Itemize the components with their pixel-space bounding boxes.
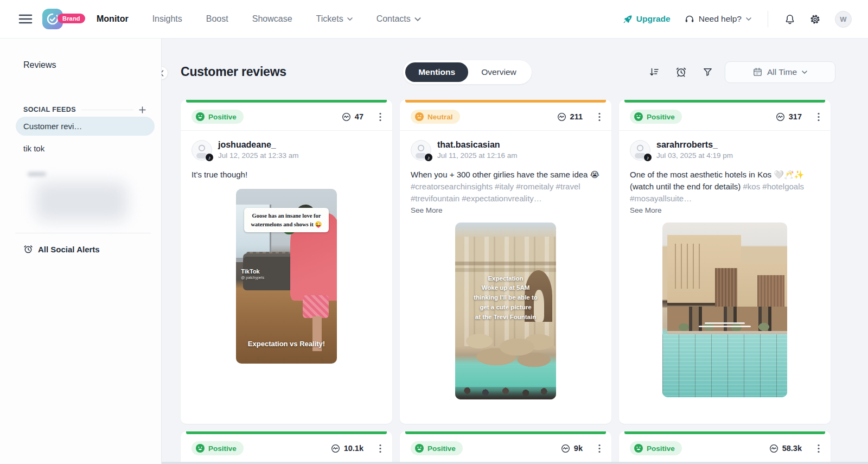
upgrade-button[interactable]: Upgrade (623, 14, 671, 24)
blurred-feed-item (28, 172, 46, 176)
smiley-positive-icon (634, 112, 643, 121)
post-date: Jul 03, 2025 at 4:19 pm (656, 151, 733, 160)
card-menu-kebab-icon[interactable] (816, 443, 821, 454)
post-text: It’s true though! (192, 169, 381, 181)
social-feeds-section-label: SOCIAL FEEDS (23, 106, 76, 113)
engagement-count: 47 (342, 112, 363, 122)
mention-card: Positive 317 (619, 100, 831, 424)
sentiment-badge: Positive (630, 110, 682, 124)
video-caption: Goose has an insane love for watermelons… (244, 208, 329, 232)
main-header: Customer reviews Mentions Overview (181, 39, 868, 100)
chevron-down-icon (746, 17, 751, 21)
username-link[interactable]: sarahrroberts_ (656, 140, 733, 150)
nav-item-contacts[interactable]: Contacts (376, 14, 421, 24)
post-text: One of the most aesthetic hotels in Kos … (630, 169, 820, 205)
main-nav: Monitor Insights Boost Showcase Tickets … (97, 14, 421, 24)
mention-card: Positive 9k (400, 431, 611, 464)
sentiment-badge: Positive (192, 110, 244, 124)
post-video-thumbnail[interactable]: Goose has an insane love for watermelons… (236, 189, 337, 364)
avatar: ♪ (411, 140, 431, 161)
tab-overview[interactable]: Overview (468, 62, 529, 82)
sidebar-item-tiktok[interactable]: tik tok (16, 139, 155, 158)
card-menu-kebab-icon[interactable] (597, 111, 602, 123)
mention-card: Neutral 211 (400, 100, 611, 424)
tiktok-icon: ♪ (205, 153, 214, 162)
smiley-positive-icon (634, 444, 643, 453)
user-avatar[interactable]: W (835, 11, 852, 28)
engagement-count-value: 317 (789, 112, 802, 121)
scene-shorts (303, 295, 329, 318)
smiley-positive-icon (196, 444, 205, 453)
post-text: When you + 300 other girlies have the sa… (411, 169, 601, 205)
see-more-link[interactable]: See More (411, 206, 601, 214)
avatar: ♪ (192, 140, 212, 161)
sidebar-item-customer-reviews[interactable]: Customer revi… (16, 117, 155, 136)
chevron-down-icon (414, 17, 421, 21)
hamburger-menu-icon[interactable] (18, 14, 34, 24)
card-menu-kebab-icon[interactable] (816, 111, 821, 123)
notifications-bell-icon[interactable] (784, 14, 795, 25)
headset-icon (685, 15, 694, 23)
sentiment-label: Positive (208, 444, 237, 453)
collapse-sidebar-button[interactable] (162, 66, 168, 80)
username-link[interactable]: that.basicasian (437, 140, 518, 150)
time-filter-label: All Time (767, 67, 797, 77)
smiley-positive-icon (196, 112, 205, 121)
engagement-pulse-icon (557, 112, 566, 122)
top-navbar: Brand Monitor Insights Boost Showcase Ti… (0, 0, 868, 39)
card-menu-kebab-icon[interactable] (597, 443, 602, 454)
app-logo[interactable]: Brand (42, 9, 63, 29)
sentiment-label: Neutral (427, 113, 453, 121)
mention-card: Positive 47 (181, 100, 392, 424)
post-date: Jul 12, 2025 at 12:33 am (218, 151, 299, 160)
mention-card: Positive 10.1k (181, 431, 392, 464)
alerts-alarm-icon[interactable] (675, 66, 687, 78)
blurred-feed-item (35, 182, 127, 221)
nav-item-boost[interactable]: Boost (206, 14, 228, 24)
sentiment-label: Positive (208, 113, 237, 121)
post-text-main: When you + 300 other girlies have the sa… (411, 170, 599, 179)
card-menu-kebab-icon[interactable] (378, 443, 382, 454)
nav-item-showcase[interactable]: Showcase (252, 14, 292, 24)
username-link[interactable]: joshuadeane_ (218, 140, 299, 150)
video-overlay-text: Expectation vs Reality! (236, 340, 337, 348)
engagement-count: 211 (557, 112, 583, 122)
card-menu-kebab-icon[interactable] (378, 111, 382, 123)
nav-item-tickets[interactable]: Tickets (316, 14, 353, 24)
add-feed-plus-icon[interactable] (139, 106, 146, 113)
nav-item-contacts-label: Contacts (376, 14, 411, 24)
nav-item-monitor[interactable]: Monitor (97, 14, 129, 24)
engagement-count-value: 9k (574, 444, 583, 453)
post-video-thumbnail[interactable]: Expectation Woke up at 5AM thinking I’ll… (455, 223, 556, 399)
engagement-count-value: 10.1k (344, 444, 363, 453)
settings-gear-icon[interactable] (809, 14, 821, 25)
filter-funnel-icon[interactable] (703, 67, 713, 77)
see-more-link[interactable]: See More (630, 206, 820, 214)
sort-icon[interactable] (648, 67, 660, 78)
time-filter-button[interactable]: All Time (725, 61, 835, 83)
post-video-thumbnail[interactable] (662, 223, 787, 397)
nav-item-insights[interactable]: Insights (152, 14, 182, 24)
engagement-pulse-icon (561, 444, 570, 453)
sentiment-badge: Neutral (411, 110, 460, 124)
view-toggle: Mentions Overview (403, 60, 532, 84)
sentiment-badge: Positive (411, 441, 463, 455)
all-social-alerts-link[interactable]: All Social Alerts (23, 244, 146, 254)
engagement-count: 10.1k (331, 444, 363, 453)
nav-item-tickets-label: Tickets (316, 14, 343, 24)
tiktok-watermark-handle: @ patchypets (241, 275, 264, 280)
all-social-alerts-label: All Social Alerts (38, 245, 100, 254)
avatar: ♪ (630, 140, 650, 161)
tab-mentions[interactable]: Mentions (405, 62, 468, 82)
chevron-down-icon (802, 71, 807, 74)
engagement-pulse-icon (331, 444, 340, 453)
sentiment-label: Positive (427, 444, 456, 453)
need-help-menu[interactable]: Need help? (685, 14, 751, 24)
divider (768, 11, 768, 27)
tiktok-icon: ♪ (643, 153, 652, 162)
tiktok-watermark: TikTok @ patchypets (241, 268, 264, 280)
engagement-count-value: 47 (355, 112, 363, 121)
alarm-clock-icon (23, 244, 33, 254)
mention-card: Positive 58.3k (619, 431, 831, 464)
engagement-pulse-icon (342, 112, 351, 122)
